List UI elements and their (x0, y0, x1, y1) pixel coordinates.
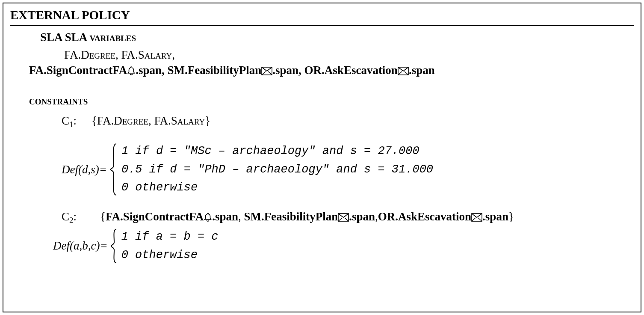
sla-variables-line2: FA.SignContractFA.span, SM.FeasibilityPl… (29, 62, 634, 79)
bell-icon (127, 64, 136, 79)
envelope-icon (338, 210, 349, 226)
envelope-icon (398, 64, 409, 79)
sla-heading: SLA SLA variables (40, 30, 634, 45)
left-brace-icon (110, 229, 118, 264)
title: EXTERNAL POLICY (10, 7, 634, 26)
sla-variables-line1: FA.Degree, FA.Salary, (64, 47, 634, 62)
bell-icon (204, 210, 212, 226)
constraints-heading: constraints (29, 93, 634, 108)
policy-frame: EXTERNAL POLICY SLA SLA variables FA.Deg… (3, 3, 641, 312)
envelope-icon (471, 210, 482, 226)
constraint-c2-header: C2: {FA.SignContractFA.span, SM.Feasibil… (62, 209, 634, 226)
constraint-c2-definition: Def(a,b,c)= 1 if a = b = c 0 otherwise (53, 229, 634, 264)
constraint-c1-definition: Def(d,s)= 1 if d = "MSc – archaeology" a… (62, 143, 634, 196)
constraint-c1-header: C1: {FA.Degree, FA.Salary} (62, 113, 634, 130)
envelope-icon (261, 64, 272, 79)
left-brace-icon (109, 143, 118, 196)
